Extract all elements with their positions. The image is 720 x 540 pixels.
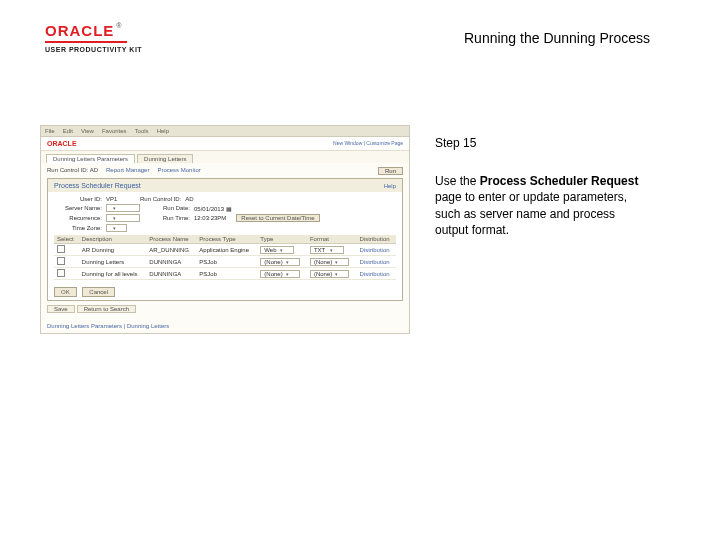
user-id-value: VP1 <box>106 196 117 202</box>
tab-strip: Dunning Letters Parameters Dunning Lette… <box>41 151 409 163</box>
dialog-footer: OK Cancel <box>48 284 402 300</box>
run-date-value[interactable]: 05/01/2013 ▦ <box>194 205 232 212</box>
report-manager-link[interactable]: Report Manager <box>106 167 149 175</box>
cancel-button[interactable]: Cancel <box>82 287 115 297</box>
row-checkbox[interactable] <box>57 245 65 253</box>
page-footer-links[interactable]: Dunning Letters Parameters | Dunning Let… <box>41 321 409 333</box>
step-label: Step 15 <box>435 135 650 151</box>
format-select[interactable]: (None) <box>310 258 349 266</box>
ok-button[interactable]: OK <box>54 287 77 297</box>
col-type: Type <box>257 235 307 244</box>
time-zone-select[interactable] <box>106 224 127 232</box>
instruction-column: Step 15 Use the Process Scheduler Reques… <box>435 135 650 238</box>
cell-process-name: AR_DUNNING <box>146 244 196 256</box>
return-to-search-button[interactable]: Return to Search <box>77 305 136 313</box>
app-header: ORACLE New Window | Customize Page <box>41 137 409 151</box>
distribution-link[interactable]: Distribution <box>360 247 390 253</box>
run-time-label: Run Time: <box>144 215 190 221</box>
col-description: Description <box>79 235 147 244</box>
oracle-logo-underline <box>45 41 127 43</box>
process-list-table: Select Description Process Name Process … <box>54 235 396 280</box>
browser-menu-item[interactable]: Favorites <box>102 128 127 134</box>
dialog-title: Process Scheduler Request <box>54 182 141 189</box>
browser-menu-item[interactable]: File <box>45 128 55 134</box>
table-row: Dunning for all levels DUNNINGA PSJob (N… <box>54 268 396 280</box>
table-row: Dunning Letters DUNNINGA PSJob (None) (N… <box>54 256 396 268</box>
col-distribution: Distribution <box>357 235 396 244</box>
cell-description: AR Dunning <box>79 244 147 256</box>
run-button[interactable]: Run <box>378 167 403 175</box>
cell-description: Dunning for all levels <box>79 268 147 280</box>
app-header-logo: ORACLE <box>47 140 77 147</box>
run-control-id-dialog-label: Run Control ID: <box>121 196 181 202</box>
col-process-type: Process Type <box>196 235 257 244</box>
page-toprow: Run Control ID: AD Report Manager Proces… <box>47 167 403 175</box>
screenshot: File Edit View Favorites Tools Help ORAC… <box>40 125 410 334</box>
cell-description: Dunning Letters <box>79 256 147 268</box>
col-format: Format <box>307 235 357 244</box>
browser-menu-item[interactable]: Tools <box>135 128 149 134</box>
upk-tagline: USER PRODUCTIVITY KIT <box>45 46 195 53</box>
recurrence-label: Recurrence: <box>54 215 102 221</box>
browser-menu-item[interactable]: Help <box>157 128 169 134</box>
tab-dunning-letters[interactable]: Dunning Letters <box>137 154 193 163</box>
cell-process-name: DUNNINGA <box>146 256 196 268</box>
type-select[interactable]: (None) <box>260 270 299 278</box>
user-id-label: User ID: <box>54 196 102 202</box>
page-body: Run Control ID: AD Report Manager Proces… <box>41 163 409 321</box>
format-select[interactable]: TXT <box>310 246 344 254</box>
process-monitor-link[interactable]: Process Monitor <box>157 167 200 175</box>
app-header-links[interactable]: New Window | Customize Page <box>333 140 403 147</box>
type-select[interactable]: Web <box>260 246 294 254</box>
instruction-prefix: Use the <box>435 174 480 188</box>
col-process-name: Process Name <box>146 235 196 244</box>
help-link[interactable]: Help <box>384 183 396 189</box>
save-button[interactable]: Save <box>47 305 75 313</box>
browser-menu-item[interactable]: View <box>81 128 94 134</box>
distribution-link[interactable]: Distribution <box>360 259 390 265</box>
run-control-id-dialog-value: AD <box>185 196 193 202</box>
cell-process-type: Application Engine <box>196 244 257 256</box>
cell-process-name: DUNNINGA <box>146 268 196 280</box>
dialog-header: Process Scheduler Request Help <box>48 179 402 192</box>
tab-dunning-letters-parameters[interactable]: Dunning Letters Parameters <box>46 154 135 163</box>
col-select: Select <box>54 235 79 244</box>
type-select[interactable]: (None) <box>260 258 299 266</box>
reset-datetime-button[interactable]: Reset to Current Date/Time <box>236 214 319 222</box>
distribution-link[interactable]: Distribution <box>360 271 390 277</box>
server-name-select[interactable] <box>106 204 140 212</box>
row-checkbox[interactable] <box>57 257 65 265</box>
row-checkbox[interactable] <box>57 269 65 277</box>
browser-menu-bar: File Edit View Favorites Tools Help <box>41 126 409 137</box>
instruction-suffix: page to enter or update parameters, such… <box>435 190 627 236</box>
run-control-id-label: Run Control ID: AD <box>47 167 98 175</box>
oracle-logo: ORACLE® <box>45 22 195 40</box>
cell-process-type: PSJob <box>196 268 257 280</box>
cell-process-type: PSJob <box>196 256 257 268</box>
run-time-value[interactable]: 12:03:23PM <box>194 215 226 221</box>
bottom-button-strip: Save Return to Search <box>47 305 403 313</box>
instruction-text: Use the Process Scheduler Request page t… <box>435 173 650 238</box>
browser-menu-item[interactable]: Edit <box>63 128 73 134</box>
format-select[interactable]: (None) <box>310 270 349 278</box>
table-row: AR Dunning AR_DUNNING Application Engine… <box>54 244 396 256</box>
recurrence-select[interactable] <box>106 214 140 222</box>
server-name-label: Server Name: <box>54 205 102 211</box>
process-scheduler-request-dialog: Process Scheduler Request Help User ID: … <box>47 178 403 301</box>
page-title: Running the Dunning Process <box>464 30 650 46</box>
run-date-label: Run Date: <box>144 205 190 211</box>
time-zone-label: Time Zone: <box>54 225 102 231</box>
oracle-tm: ® <box>116 22 121 29</box>
brand-block: ORACLE® USER PRODUCTIVITY KIT <box>45 22 195 53</box>
instruction-bold: Process Scheduler Request <box>480 174 639 188</box>
oracle-logo-text: ORACLE <box>45 22 114 39</box>
